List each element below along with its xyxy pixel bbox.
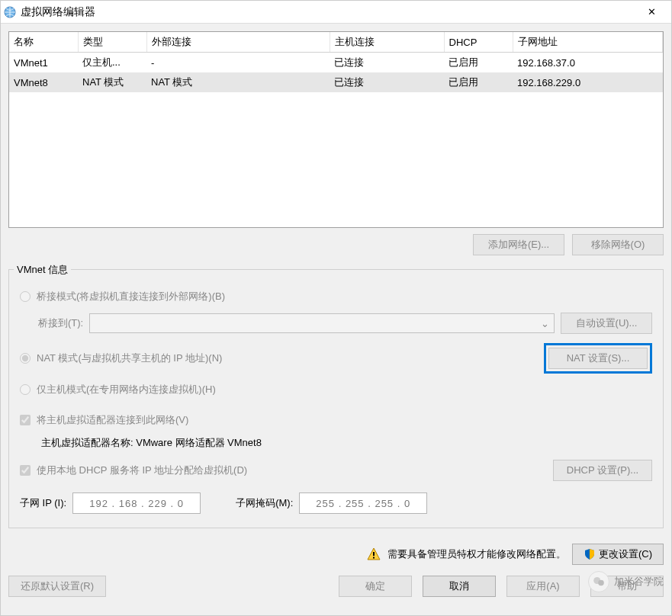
table-row[interactable]: VMnet1 仅主机... - 已连接 已启用 192.168.37.0 bbox=[9, 53, 663, 73]
nat-radio bbox=[20, 353, 31, 364]
cell-host: 已连接 bbox=[330, 53, 444, 73]
nat-settings-highlight: NAT 设置(S)... bbox=[544, 343, 652, 374]
subnet-ip-label: 子网 IP (I): bbox=[20, 496, 66, 510]
dhcp-row: 使用本地 DHCP 服务将 IP 地址分配给虚拟机(D) DHCP 设置(P).… bbox=[20, 459, 652, 482]
restore-defaults-button[interactable]: 还原默认设置(R) bbox=[8, 576, 106, 597]
cell-type: NAT 模式 bbox=[78, 72, 146, 92]
cell-dhcp: 已启用 bbox=[444, 72, 513, 92]
col-header-type[interactable]: 类型 bbox=[78, 32, 146, 53]
host-adapter-name-text: 主机虚拟适配器名称: VMware 网络适配器 VMnet8 bbox=[41, 437, 262, 448]
cell-subnet: 192.168.37.0 bbox=[513, 53, 663, 73]
svg-rect-2 bbox=[373, 557, 375, 559]
cell-external: NAT 模式 bbox=[146, 72, 330, 92]
nat-label: NAT 模式(与虚拟机共享主机的 IP 地址)(N) bbox=[37, 351, 222, 365]
window-title: 虚拟网络编辑器 bbox=[21, 5, 635, 19]
cell-external: - bbox=[146, 53, 330, 73]
bridged-label: 桥接模式(将虚拟机直接连接到外部网络)(B) bbox=[37, 290, 225, 303]
hostonly-label: 仅主机模式(在专用网络内连接虚拟机)(H) bbox=[37, 383, 216, 396]
use-local-dhcp-label: 使用本地 DHCP 服务将 IP 地址分配给虚拟机(D) bbox=[37, 464, 247, 477]
bridged-radio bbox=[20, 291, 31, 302]
col-header-dhcp[interactable]: DHCP bbox=[444, 32, 513, 53]
use-local-dhcp-checkbox bbox=[20, 465, 31, 476]
subnet-row: 子网 IP (I): 192 . 168 . 229 . 0 子网掩码(M): … bbox=[20, 492, 652, 514]
chevron-down-icon: ⌄ bbox=[541, 318, 549, 329]
bridged-mode-row: 桥接模式(将虚拟机直接连接到外部网络)(B) bbox=[20, 290, 652, 303]
titlebar: 虚拟网络编辑器 ✕ bbox=[1, 1, 671, 24]
change-settings-label: 更改设置(C) bbox=[599, 547, 652, 561]
table-row[interactable]: VMnet8 NAT 模式 NAT 模式 已连接 已启用 192.168.229… bbox=[9, 72, 663, 92]
shield-icon bbox=[584, 548, 596, 560]
cell-host: 已连接 bbox=[330, 72, 444, 92]
cell-name: VMnet1 bbox=[9, 53, 78, 73]
connect-host-adapter-row: 将主机虚拟适配器连接到此网络(V) bbox=[20, 413, 652, 427]
subnet-mask-input[interactable]: 255 . 255 . 255 . 0 bbox=[299, 492, 427, 514]
app-icon bbox=[4, 6, 16, 18]
dhcp-settings-button[interactable]: DHCP 设置(P)... bbox=[553, 460, 652, 481]
bridged-to-label: 桥接到(T): bbox=[38, 316, 83, 330]
cell-subnet: 192.168.229.0 bbox=[513, 72, 663, 92]
help-button[interactable]: 帮助 bbox=[590, 576, 664, 597]
connect-host-adapter-checkbox bbox=[20, 415, 31, 425]
subnet-mask-label: 子网掩码(M): bbox=[236, 496, 293, 510]
networks-table[interactable]: 名称 类型 外部连接 主机连接 DHCP 子网地址 VMnet1 仅主机... … bbox=[9, 32, 663, 92]
auto-settings-button: 自动设置(U)... bbox=[561, 313, 652, 334]
close-button[interactable]: ✕ bbox=[635, 1, 668, 23]
footer-buttons: 还原默认设置(R) 确定 取消 应用(A) 帮助 bbox=[8, 573, 664, 597]
cancel-button[interactable]: 取消 bbox=[423, 576, 496, 597]
ok-button[interactable]: 确定 bbox=[339, 576, 412, 597]
networks-table-container: 名称 类型 外部连接 主机连接 DHCP 子网地址 VMnet1 仅主机... … bbox=[8, 31, 664, 228]
connect-host-adapter-label: 将主机虚拟适配器连接到此网络(V) bbox=[37, 413, 188, 427]
vmnet-info-groupbox: VMnet 信息 桥接模式(将虚拟机直接连接到外部网络)(B) 桥接到(T): … bbox=[8, 269, 664, 528]
groupbox-legend: VMnet 信息 bbox=[14, 263, 71, 277]
close-icon: ✕ bbox=[648, 6, 656, 18]
remove-network-button[interactable]: 移除网络(O) bbox=[572, 234, 664, 255]
cell-name: VMnet8 bbox=[9, 72, 78, 92]
host-adapter-name-row: 主机虚拟适配器名称: VMware 网络适配器 VMnet8 bbox=[41, 436, 652, 450]
add-network-button[interactable]: 添加网络(E)... bbox=[473, 234, 564, 255]
change-settings-button[interactable]: 更改设置(C) bbox=[572, 544, 664, 565]
subnet-ip-input[interactable]: 192 . 168 . 229 . 0 bbox=[72, 492, 201, 514]
col-header-name[interactable]: 名称 bbox=[9, 32, 78, 53]
virtual-network-editor-window: 虚拟网络编辑器 ✕ 名称 类型 外部连接 主机连接 DHCP bbox=[0, 0, 672, 616]
apply-button[interactable]: 应用(A) bbox=[506, 576, 580, 597]
col-header-external[interactable]: 外部连接 bbox=[146, 32, 330, 53]
cell-dhcp: 已启用 bbox=[444, 53, 513, 73]
admin-notice-text: 需要具备管理员特权才能修改网络配置。 bbox=[387, 547, 566, 561]
content-area: 名称 类型 外部连接 主机连接 DHCP 子网地址 VMnet1 仅主机... … bbox=[1, 24, 671, 615]
bridged-to-combo: ⌄ bbox=[89, 313, 555, 333]
warning-icon bbox=[366, 547, 381, 562]
hostonly-radio bbox=[20, 384, 31, 395]
bridged-to-row: 桥接到(T): ⌄ 自动设置(U)... bbox=[38, 313, 652, 334]
col-header-subnet[interactable]: 子网地址 bbox=[513, 32, 663, 53]
nat-settings-button[interactable]: NAT 设置(S)... bbox=[548, 348, 648, 369]
svg-rect-1 bbox=[373, 552, 375, 556]
cell-type: 仅主机... bbox=[78, 53, 146, 73]
admin-privilege-row: 需要具备管理员特权才能修改网络配置。 更改设置(C) bbox=[8, 544, 664, 565]
col-header-host[interactable]: 主机连接 bbox=[330, 32, 444, 53]
nat-mode-row: NAT 模式(与虚拟机共享主机的 IP 地址)(N) NAT 设置(S)... bbox=[20, 343, 652, 374]
network-action-buttons: 添加网络(E)... 移除网络(O) bbox=[8, 234, 664, 255]
hostonly-mode-row: 仅主机模式(在专用网络内连接虚拟机)(H) bbox=[20, 383, 652, 396]
table-header-row: 名称 类型 外部连接 主机连接 DHCP 子网地址 bbox=[9, 32, 663, 53]
